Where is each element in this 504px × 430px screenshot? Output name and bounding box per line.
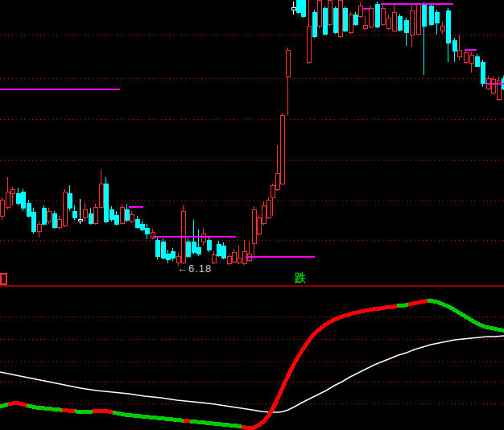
candle-body — [232, 252, 236, 262]
candle-body — [166, 254, 170, 259]
candle-body — [155, 240, 159, 256]
candle-body — [469, 55, 473, 63]
candle-body — [37, 224, 41, 231]
candle-body — [257, 217, 261, 234]
candle-body — [353, 14, 357, 24]
candle-body — [392, 12, 396, 31]
candle-body — [10, 189, 14, 193]
candle-body — [317, 0, 321, 26]
signal-line-red — [408, 300, 428, 304]
candle-body — [57, 219, 61, 227]
candle-body — [93, 207, 97, 223]
signal-line-green — [113, 412, 184, 420]
candle-body — [109, 209, 114, 219]
candle-body — [31, 212, 35, 231]
candle-body — [338, 0, 342, 36]
candle-body — [452, 40, 456, 51]
candle-body — [42, 208, 46, 224]
candle-body — [275, 173, 279, 189]
candle-body — [176, 256, 180, 263]
candle-body — [398, 16, 402, 30]
candle-body — [410, 10, 414, 35]
candle-body — [416, 4, 420, 34]
signal-line-red — [8, 403, 27, 405]
candle-body — [114, 215, 118, 224]
signal-line-red — [184, 420, 190, 421]
candle-body — [104, 184, 108, 221]
candle-body — [435, 12, 439, 23]
candle-body — [296, 0, 300, 12]
signal-line-red — [93, 411, 113, 412]
candle-body — [363, 25, 367, 28]
candle-body — [120, 207, 124, 223]
candle-body — [196, 247, 200, 254]
candle-body — [440, 26, 444, 31]
candle-body — [280, 115, 284, 184]
candle-body — [333, 8, 337, 32]
candle-body — [291, 7, 295, 10]
candle-body — [457, 50, 461, 56]
candle-body — [83, 209, 87, 217]
candle-body — [266, 200, 271, 217]
candle-body — [481, 62, 485, 83]
candle-body — [27, 203, 31, 216]
signal-line-red — [242, 306, 397, 428]
candle-body — [429, 6, 433, 24]
candle-body — [171, 251, 175, 258]
candle-body — [252, 209, 256, 243]
candle-body — [16, 193, 20, 203]
candle-body — [343, 8, 347, 31]
candle-body — [323, 8, 327, 34]
candle-body — [301, 0, 305, 16]
candle-body — [262, 205, 266, 223]
candle-body — [21, 192, 25, 208]
candle-body — [6, 192, 10, 207]
candle-body — [130, 214, 134, 221]
candle-body — [358, 6, 362, 16]
candle-body — [52, 213, 56, 227]
candle-body — [307, 26, 311, 62]
candle-body — [464, 52, 468, 62]
candle-body — [237, 258, 241, 263]
candle-body — [89, 213, 93, 223]
candle-body — [446, 10, 450, 43]
candle-body — [491, 79, 495, 93]
candle-body — [475, 56, 479, 66]
signal-line-green — [75, 411, 93, 412]
ma-line — [0, 336, 504, 412]
candle-body — [271, 185, 275, 197]
candle-body — [68, 193, 72, 208]
candle-body — [63, 192, 67, 225]
candlestick-and-indicator-chart — [0, 0, 504, 430]
candle-body — [135, 219, 139, 227]
candle-body — [0, 200, 4, 216]
candle-body — [140, 224, 144, 229]
signal-line-green — [428, 300, 504, 330]
candle-body — [404, 20, 408, 32]
candle-body — [145, 228, 149, 234]
signal-line-green — [190, 421, 242, 427]
candle-body — [349, 14, 353, 32]
candle-body — [286, 50, 290, 76]
signal-line-green — [0, 404, 8, 407]
left-edge-marker — [1, 274, 6, 284]
candle-body — [125, 209, 129, 220]
candle-body — [217, 244, 221, 255]
stock-chart-window: ←6.18 跌 — [0, 0, 504, 430]
candle-body — [422, 4, 426, 26]
candle-body — [312, 12, 316, 36]
candle-body — [47, 211, 51, 221]
candle-body — [186, 242, 190, 256]
signal-line-red — [62, 410, 75, 411]
candle-body — [381, 8, 385, 24]
candle-body — [375, 4, 379, 27]
candle-body — [78, 219, 82, 221]
candle-body — [386, 18, 390, 28]
candle-body — [369, 8, 373, 27]
candle-body — [221, 246, 225, 258]
candle-body — [192, 242, 196, 252]
candle-body — [227, 256, 231, 263]
candle-body — [99, 184, 103, 207]
candle-body — [72, 211, 76, 217]
candle-body — [207, 240, 211, 250]
